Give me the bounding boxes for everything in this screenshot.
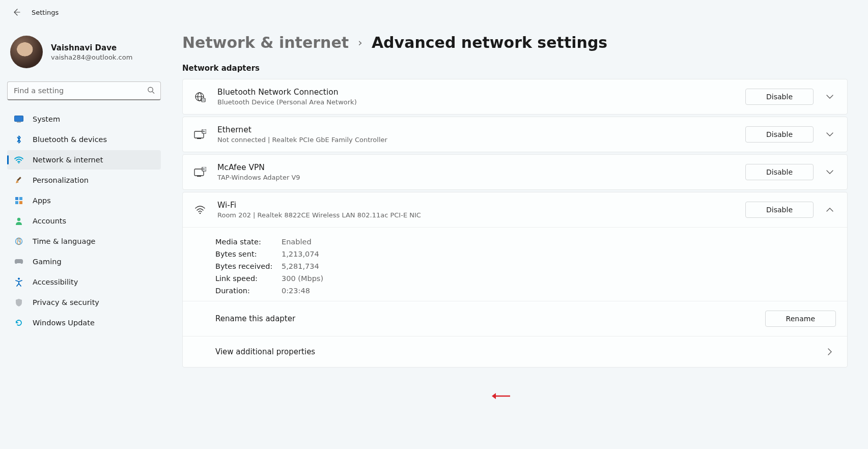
rename-button[interactable]: Rename — [765, 311, 836, 327]
sidebar-item-bluetooth[interactable]: Bluetooth & devices — [7, 130, 161, 149]
sidebar-item-update[interactable]: Windows Update — [7, 313, 161, 332]
nav: System Bluetooth & devices Network & int… — [7, 109, 161, 332]
detail-key: Bytes sent: — [215, 250, 282, 258]
globe-icon — [194, 91, 206, 103]
search-input[interactable] — [7, 81, 161, 100]
back-button[interactable] — [11, 7, 21, 17]
detail-key: Duration: — [215, 287, 282, 295]
sidebar-item-label: Privacy & security — [33, 298, 99, 306]
adapter-card-ethernet: Ethernet Not connected | Realtek PCIe Gb… — [182, 117, 848, 152]
sidebar-item-time[interactable]: Time & language — [7, 232, 161, 251]
wifi-icon — [14, 155, 23, 164]
adapter-card-bluetooth: Bluetooth Network Connection Bluetooth D… — [182, 79, 848, 115]
bluetooth-icon — [14, 135, 23, 144]
disable-button[interactable]: Disable — [745, 89, 814, 105]
adapter-card-wifi: Wi-Fi Room 202 | Realtek 8822CE Wireless… — [182, 192, 848, 368]
person-icon — [14, 216, 23, 226]
accessibility-icon — [14, 277, 23, 287]
arrow-left-icon — [12, 8, 20, 16]
svg-point-0 — [148, 87, 153, 92]
detail-row: Link speed:300 (Mbps) — [215, 274, 836, 283]
app-title: Settings — [32, 9, 59, 16]
shield-icon — [14, 298, 23, 307]
disable-button[interactable]: Disable — [745, 202, 814, 218]
view-properties-row[interactable]: View additional properties — [183, 336, 847, 367]
breadcrumb: Network & internet › Advanced network se… — [182, 34, 848, 51]
sidebar-item-label: Bluetooth & devices — [33, 135, 107, 144]
svg-rect-2 — [15, 116, 23, 122]
adapter-row[interactable]: McAfee VPN TAP-Windows Adapter V9 Disabl… — [183, 155, 847, 189]
search-icon — [147, 86, 155, 96]
adapter-subtitle: Bluetooth Device (Personal Area Network) — [217, 98, 734, 106]
svg-rect-9 — [19, 201, 22, 204]
paintbrush-icon — [14, 176, 23, 185]
apps-icon — [14, 196, 23, 205]
update-icon — [14, 318, 23, 327]
chevron-down-icon[interactable] — [824, 166, 836, 178]
sidebar-item-personalization[interactable]: Personalization — [7, 171, 161, 190]
sidebar-item-system[interactable]: System — [7, 109, 161, 129]
main-content: Network & internet › Advanced network se… — [168, 24, 868, 449]
section-label: Network adapters — [182, 64, 848, 73]
adapter-title: McAfee VPN — [217, 163, 734, 172]
profile-name: Vaishnavi Dave — [51, 43, 132, 52]
svg-point-25 — [200, 213, 201, 214]
adapter-title: Bluetooth Network Connection — [217, 88, 734, 97]
profile-block[interactable]: Vaishnavi Dave vaisha284@outlook.com — [7, 30, 161, 78]
sidebar-item-label: Windows Update — [33, 319, 95, 327]
svg-rect-7 — [19, 197, 22, 200]
wifi-details: Media state:Enabled Bytes sent:1,213,074… — [183, 227, 847, 301]
svg-point-10 — [17, 218, 20, 221]
svg-point-13 — [18, 278, 20, 280]
svg-rect-3 — [17, 122, 21, 123]
disable-button[interactable]: Disable — [745, 126, 814, 143]
sidebar-item-label: Time & language — [33, 237, 96, 245]
view-properties-label: View additional properties — [215, 347, 315, 356]
page-title: Advanced network settings — [372, 34, 607, 51]
breadcrumb-parent[interactable]: Network & internet — [182, 34, 349, 51]
sidebar-item-label: Network & internet — [33, 156, 103, 164]
sidebar-item-apps[interactable]: Apps — [7, 191, 161, 210]
sidebar-item-label: Gaming — [33, 258, 62, 266]
sidebar-item-label: Accessibility — [33, 278, 78, 286]
chevron-down-icon[interactable] — [824, 91, 836, 103]
chevron-up-icon[interactable] — [824, 204, 836, 216]
adapter-card-mcafee: McAfee VPN TAP-Windows Adapter V9 Disabl… — [182, 154, 848, 190]
sidebar-item-network[interactable]: Network & internet — [7, 150, 161, 170]
disable-button[interactable]: Disable — [745, 164, 814, 180]
detail-row: Duration:0:23:48 — [215, 287, 836, 295]
detail-value: 300 (Mbps) — [282, 274, 323, 283]
rename-label: Rename this adapter — [215, 314, 295, 323]
sidebar: Vaishnavi Dave vaisha284@outlook.com Sys… — [0, 24, 168, 449]
sidebar-item-label: System — [33, 115, 60, 123]
svg-rect-5 — [17, 177, 21, 181]
system-icon — [14, 115, 23, 124]
svg-line-1 — [152, 91, 154, 93]
sidebar-item-accounts[interactable]: Accounts — [7, 211, 161, 231]
sidebar-item-gaming[interactable]: Gaming — [7, 252, 161, 271]
detail-row: Bytes received:5,281,734 — [215, 262, 836, 270]
gamepad-icon — [14, 257, 23, 266]
adapter-row[interactable]: Wi-Fi Room 202 | Realtek 8822CE Wireless… — [183, 192, 847, 227]
globe-clock-icon — [14, 237, 23, 246]
sidebar-item-label: Apps — [33, 197, 51, 205]
sidebar-item-label: Accounts — [33, 217, 66, 225]
rename-adapter-row: Rename this adapter Rename — [183, 301, 847, 336]
detail-key: Media state: — [215, 238, 282, 246]
adapter-subtitle: Room 202 | Realtek 8822CE Wireless LAN 8… — [217, 211, 734, 219]
adapter-row[interactable]: Bluetooth Network Connection Bluetooth D… — [183, 79, 847, 114]
sidebar-item-accessibility[interactable]: Accessibility — [7, 272, 161, 292]
sidebar-item-privacy[interactable]: Privacy & security — [7, 293, 161, 312]
svg-rect-20 — [197, 138, 201, 139]
chevron-down-icon[interactable] — [824, 128, 836, 141]
detail-row: Bytes sent:1,213,074 — [215, 250, 836, 258]
sidebar-item-label: Personalization — [33, 176, 89, 184]
annotation-arrow-icon — [491, 392, 511, 402]
detail-key: Bytes received: — [215, 262, 282, 270]
wifi-icon — [194, 204, 206, 216]
detail-value: 1,213,074 — [282, 250, 319, 258]
svg-rect-8 — [15, 201, 18, 204]
avatar — [10, 36, 43, 68]
ethernet-icon — [194, 128, 206, 141]
adapter-row[interactable]: Ethernet Not connected | Realtek PCIe Gb… — [183, 117, 847, 152]
